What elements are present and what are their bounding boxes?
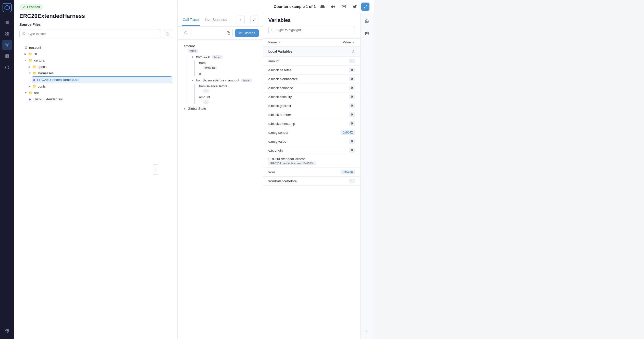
tree-item-specs[interactable]: ▶ 📁 specs	[28, 64, 172, 70]
trace-node-frombalancebefore: fromBalanceBefore 1	[199, 84, 257, 93]
local-vars-section[interactable]: Local Variables ∧	[263, 46, 360, 57]
svg-line-13	[8, 44, 8, 45]
svg-rect-23	[167, 33, 169, 35]
right-braces-icon[interactable]: {x}	[362, 28, 372, 38]
trace-badge-false-2: false	[212, 55, 222, 59]
tree-item-run-conf[interactable]: ⚙ run.conf	[23, 44, 172, 51]
tab-call-trace[interactable]: Call Trace	[182, 14, 200, 26]
var-value-amount: 1	[349, 59, 355, 63]
var-value-eblockblobbasefee: 0	[349, 77, 355, 81]
app-logo[interactable]	[3, 3, 12, 12]
tree-item-src[interactable]: ▼ 📁 src	[23, 90, 172, 96]
trace-value-amount: 1	[203, 100, 209, 104]
var-value-eblockcoinbase: 0	[349, 86, 355, 90]
trace-node-amount-child: amount 1	[199, 95, 257, 104]
copy-trace-button[interactable]	[224, 29, 233, 37]
collapse-panel-button[interactable]: ‹	[153, 164, 159, 175]
var-row-amount: amount 1	[263, 57, 360, 66]
nav-item-graph[interactable]	[2, 40, 12, 50]
trace-label-from-eq: from == 0	[196, 55, 210, 59]
chevron-right-icon: ▶	[29, 65, 31, 68]
right-collapse-icon[interactable]	[362, 326, 372, 336]
variables-search-input[interactable]	[268, 26, 355, 34]
var-name-amount: amount	[268, 59, 279, 63]
svg-line-26	[255, 19, 256, 20]
nav-item-menu[interactable]	[2, 17, 12, 28]
svg-line-25	[364, 7, 365, 8]
svg-rect-4	[6, 32, 7, 33]
svg-point-9	[5, 44, 6, 44]
tree-item-erc20-sol[interactable]: ◆ ERC20Extended.sol	[28, 96, 172, 102]
trace-node-amount: amount false	[184, 44, 257, 53]
expand-global-state-icon[interactable]: ▶	[184, 107, 186, 110]
topbar-medium-icon[interactable]	[329, 3, 337, 11]
svg-rect-7	[6, 34, 7, 35]
source-files-label: Source Files	[19, 22, 172, 27]
copy-button[interactable]	[163, 29, 172, 38]
trace-label-global-state: Global State	[188, 107, 206, 111]
search-button[interactable]	[182, 29, 190, 37]
tree-item-label: confs	[38, 84, 46, 88]
nav-sidebar	[0, 0, 14, 339]
var-value-eblocktimestamp: 0	[349, 121, 355, 126]
var-name-eblockgaslimit: e.block.gaslimit	[268, 104, 291, 108]
var-row-eblockcoinbase: e.block.coinbase 0	[263, 83, 360, 92]
topbar-expand-icon[interactable]	[361, 3, 369, 11]
folder-icon: 📁	[32, 65, 36, 69]
trace-label-from: from	[199, 61, 206, 65]
tree-item-label: specs	[38, 65, 46, 69]
var-row-frombalancebefore: fromBalanceBefore 1	[263, 177, 360, 186]
trace-label-zero: 0	[199, 72, 201, 76]
tree-item-label: src	[34, 91, 39, 95]
tree-item-label: ERC20Extended.sol	[33, 97, 63, 101]
storage-button[interactable]: 👁 Storage	[235, 29, 259, 37]
svg-rect-29	[228, 32, 230, 34]
tree-item-confs[interactable]: ▶ 📁 confs	[28, 83, 172, 90]
var-name-etxorigin: e.tx.origin	[268, 149, 283, 152]
var-value-eblockdifficulty: 0	[349, 94, 355, 99]
tree-item-label: ERC20ExtendedHarness.sol	[37, 78, 79, 82]
var-name-emsgsender: e.msg.sender	[268, 131, 289, 135]
topbar-mail-icon[interactable]	[340, 3, 348, 11]
filter-input[interactable]	[19, 29, 161, 38]
folder-icon: 📁	[29, 58, 33, 62]
svg-line-12	[6, 44, 7, 45]
svg-point-22	[7, 330, 8, 331]
collapse-frombalance-icon[interactable]: ▼	[191, 79, 194, 82]
var-name-eblocknumber: e.block.number	[268, 113, 291, 117]
topbar-discord-icon[interactable]	[318, 3, 327, 11]
eth-file-icon: ◆	[29, 97, 31, 101]
nav-item-settings[interactable]	[2, 326, 12, 336]
svg-rect-6	[7, 34, 9, 35]
counter-example-label: Counter example 1 of 1	[274, 4, 316, 9]
var-name-eblocktimestamp: e.block.timestamp	[268, 122, 295, 126]
col-header-name: Name ▼	[268, 41, 281, 44]
trace-label-frombalancebefore: fromBalanceBefore	[199, 84, 227, 88]
var-name-frombalancebefore: fromBalanceBefore	[268, 179, 297, 183]
right-settings-icon[interactable]	[362, 16, 372, 26]
nav-item-info[interactable]	[2, 62, 12, 72]
folder-icon: 📁	[28, 52, 32, 56]
eye-icon: 👁	[238, 31, 242, 35]
nav-item-table[interactable]	[2, 51, 12, 61]
tree-item-lib[interactable]: ▶ 📁 lib	[23, 51, 172, 57]
expand-button[interactable]	[250, 16, 259, 24]
topbar-twitter-icon[interactable]	[351, 3, 359, 11]
trace-value-from: 0x573a	[203, 66, 217, 69]
tab-live-stats[interactable]: Live Statistics	[204, 14, 228, 26]
tree-item-erc20-harness[interactable]: ◆ ERC20ExtendedHarness.sol	[32, 76, 172, 83]
next-button[interactable]	[236, 16, 245, 24]
var-name-from: from	[268, 170, 275, 174]
gear-icon: ⚙	[24, 46, 28, 50]
storage-label: Storage	[244, 31, 255, 35]
var-row-eblockdifficulty: e.block.difficulty 0	[263, 92, 360, 101]
nav-item-files[interactable]	[2, 29, 12, 39]
chevron-right-icon: ▶	[24, 53, 27, 55]
trace-content: amount false ▼ from == 0	[178, 40, 263, 339]
tree-item-certora[interactable]: ▼ 📁 certora	[23, 57, 172, 64]
tree-item-label: lib	[34, 52, 37, 56]
folder-icon: 📁	[33, 71, 37, 75]
right-sidebar: {x}	[360, 13, 374, 339]
collapse-from-icon[interactable]: ▼	[191, 56, 194, 58]
tree-item-harnesses[interactable]: ▼ 📁 harnesses	[28, 70, 172, 76]
